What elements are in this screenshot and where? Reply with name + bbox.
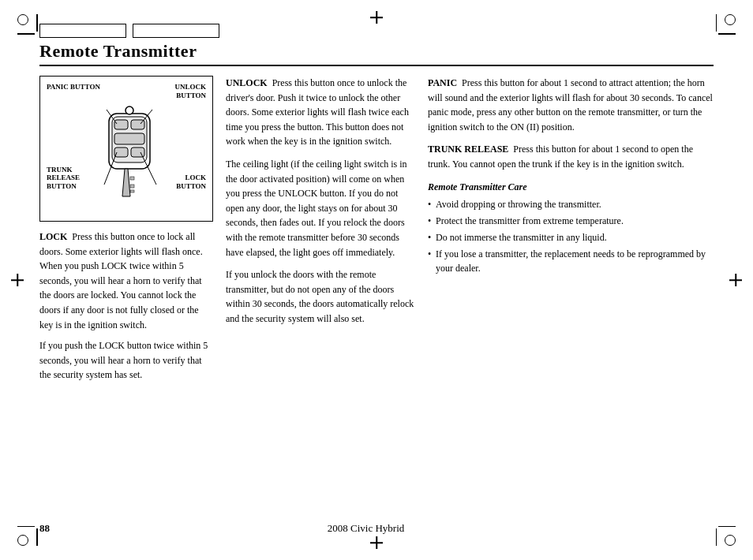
lock-text: Press this button once to lock all doors… [39,231,203,330]
label-panic: PANIC BUTTON [47,83,100,91]
unlock-section: UNLOCK Press this button once to unlock … [226,76,415,149]
corner-mark-br [721,532,736,546]
care-bullet-item: Protect the transmitter from extreme tem… [428,214,714,228]
corner-mark-tl [17,14,32,28]
header-tabs [39,24,714,38]
corner-mark-bl [17,532,32,546]
svg-rect-2 [114,120,128,129]
care-bullet-item: If you lose a transmitter, the replaceme… [428,247,714,275]
page-title-container: Remote Transmitter [39,41,714,66]
corner-mark-tr [721,14,736,28]
svg-rect-4 [114,133,144,144]
care-bullet-item: Avoid dropping or throwing the transmitt… [428,197,714,211]
panic-section: PANIC Press this button for about 1 seco… [428,76,714,134]
care-bullet-item: Do not immerse the transmitter in any li… [428,230,714,245]
key-illustration [71,94,182,204]
trunk-section: TRUNK RELEASE Press this button for abou… [428,142,714,171]
svg-rect-9 [130,190,134,192]
key-diagram: PANIC BUTTON UNLOCKBUTTON TRUNKRELEASEBU… [39,76,213,222]
panic-text: Press this button for about 1 second to … [428,77,713,133]
main-content: PANIC BUTTON UNLOCKBUTTON TRUNKRELEASEBU… [39,76,714,383]
trunk-term: TRUNK RELEASE [428,144,508,155]
header-tab-1 [39,24,126,38]
svg-rect-7 [130,177,134,180]
ceiling-section: The ceiling light (if the ceiling light … [226,157,415,259]
panic-term: PANIC [428,77,457,88]
svg-point-10 [126,106,133,114]
footer-title: 2008 Civic Hybrid [328,522,405,535]
svg-rect-8 [130,185,134,188]
header-tab-2 [133,24,219,38]
footer: 88 2008 Civic Hybrid [39,522,714,535]
lock-text2: If you push the LOCK button twice within… [39,338,213,383]
lock-section: LOCK Press this button once to lock all … [39,230,213,383]
unlock-term: UNLOCK [226,77,268,88]
relock-section: If you unlock the doors with the remote … [226,267,415,326]
center-cross-top [370,11,383,24]
lock-term: LOCK [39,231,67,242]
care-bullets: Avoid dropping or throwing the transmitt… [428,197,714,275]
center-cross-right [729,274,742,286]
care-title: Remote Transmitter Care [428,180,714,195]
center-cross-left [11,274,24,286]
page-number: 88 [39,522,50,535]
col-left: PANIC BUTTON UNLOCKBUTTON TRUNKRELEASEBU… [39,76,213,383]
page-title: Remote Transmitter [39,41,197,61]
page: Remote Transmitter PANIC BUTTON UNLOCKBU… [0,0,753,560]
center-cross-bottom [370,536,383,549]
col-right: PANIC Press this button for about 1 seco… [428,76,714,383]
col-middle: UNLOCK Press this button once to unlock … [226,76,415,383]
